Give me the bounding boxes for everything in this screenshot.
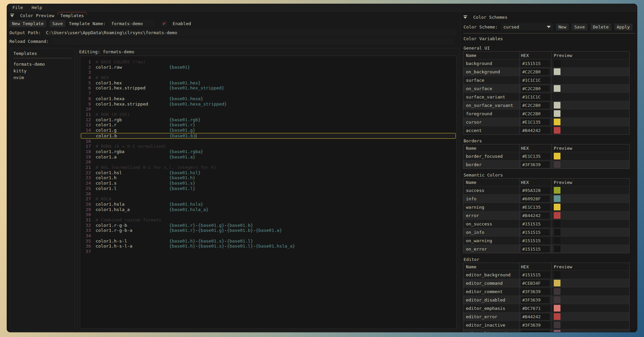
editor-line[interactable]: 36color1.h-s-l-a {base01.h}-{base01.s}-{… bbox=[80, 244, 457, 249]
color-swatch[interactable] bbox=[554, 212, 560, 219]
color-swatch[interactable] bbox=[554, 280, 560, 286]
color-swatch[interactable] bbox=[554, 77, 560, 83]
collapse-arrow-icon[interactable] bbox=[10, 14, 14, 17]
save-template-button[interactable]: Save bbox=[50, 20, 65, 27]
editor-line[interactable]: 12color1.rgb {base01.rgb} bbox=[80, 117, 457, 123]
color-swatch[interactable] bbox=[554, 93, 560, 100]
color-swatch[interactable] bbox=[554, 322, 560, 328]
color-swatch[interactable] bbox=[554, 195, 560, 202]
color-hex-input[interactable]: #3F3639 bbox=[521, 297, 550, 303]
editor-line[interactable]: 30 bbox=[80, 212, 457, 217]
color-hex-input[interactable]: #151515 bbox=[521, 272, 550, 278]
editor-line[interactable]: 1# BASE COLORS (raw) bbox=[80, 59, 457, 65]
menu-item-file[interactable]: File bbox=[12, 5, 23, 10]
color-hex-input[interactable]: #3F3639 bbox=[521, 161, 550, 168]
color-hex-input[interactable]: #151515 bbox=[521, 246, 550, 252]
color-swatch[interactable] bbox=[554, 204, 560, 210]
editor-line[interactable]: 34 bbox=[80, 233, 457, 239]
color-swatch[interactable] bbox=[554, 119, 560, 125]
color-swatch[interactable] bbox=[554, 288, 560, 295]
editor-line[interactable]: 35color1.h-s-l {base01.h}-{base01.s}-{ba… bbox=[80, 239, 457, 244]
editor-line[interactable]: 18color1.rgba {base01.rgba} bbox=[80, 149, 457, 154]
color-swatch[interactable] bbox=[554, 102, 560, 109]
editor-line[interactable]: 11# RGB (0-255) bbox=[80, 112, 457, 117]
color-hex-input[interactable]: #E1C135 bbox=[521, 119, 550, 125]
color-scheme-select[interactable]: cursed bbox=[501, 23, 553, 30]
color-hex-input[interactable]: #C2C2B0 bbox=[521, 85, 550, 92]
color-hex-input[interactable]: #E1C135 bbox=[521, 204, 550, 210]
editor-line[interactable]: 6color1.hex.stripped {base01.hex_strippe… bbox=[80, 85, 457, 91]
color-hex-input[interactable]: #151515 bbox=[521, 229, 550, 235]
editor-line[interactable]: 16 bbox=[80, 139, 457, 144]
template-list-item[interactable]: formats-demo bbox=[13, 61, 71, 68]
color-hex-input[interactable]: #151515 bbox=[521, 221, 550, 227]
scheme-save-button[interactable]: Save bbox=[572, 23, 587, 30]
color-hex-input[interactable]: #C2C2B0 bbox=[521, 111, 550, 117]
output-path-input[interactable] bbox=[44, 29, 457, 36]
enabled-checkbox[interactable]: ✔ bbox=[161, 21, 167, 26]
editor-lines[interactable]: 1# BASE COLORS (raw)2color1.raw {base01}… bbox=[80, 56, 457, 329]
color-hex-input[interactable]: #1C1C1C bbox=[521, 94, 550, 100]
editor-line[interactable]: 21# HSL (normalized 0-1 for s,l, integer… bbox=[80, 165, 457, 170]
color-hex-input[interactable]: #151515 bbox=[521, 60, 550, 67]
color-swatch[interactable] bbox=[554, 187, 560, 194]
color-swatch[interactable] bbox=[554, 305, 560, 312]
color-hex-input[interactable]: #DC7671 bbox=[521, 305, 550, 312]
editor-line[interactable]: 19color1.a {base01.a} bbox=[80, 154, 457, 160]
color-swatch[interactable] bbox=[554, 229, 560, 235]
editor-line[interactable]: 25color1.l {base01.l} bbox=[80, 186, 457, 191]
color-swatch[interactable] bbox=[554, 68, 560, 75]
editor-line[interactable]: 7 bbox=[80, 91, 457, 96]
color-hex-input[interactable]: #3F3639 bbox=[521, 288, 550, 295]
color-hex-input[interactable]: #CEB34F bbox=[521, 280, 550, 286]
editor-line[interactable]: 13color1.r {base01.r} bbox=[80, 122, 457, 128]
color-swatch[interactable] bbox=[554, 237, 560, 244]
editor-active-line[interactable]: color1.b {base01.b} bbox=[81, 133, 456, 139]
editor-line[interactable]: 26 bbox=[80, 191, 457, 197]
editor-line[interactable]: 4# HEX bbox=[80, 75, 457, 80]
scheme-new-button[interactable]: New bbox=[556, 23, 569, 30]
color-hex-input[interactable]: #B44242 bbox=[521, 314, 550, 320]
editor-line[interactable]: 24color1.s {base01.s} bbox=[80, 181, 457, 186]
editor-line[interactable]: 10 bbox=[80, 107, 457, 112]
color-swatch[interactable] bbox=[554, 60, 560, 67]
color-swatch[interactable] bbox=[554, 110, 560, 117]
editor-line[interactable]: 20 bbox=[80, 159, 457, 165]
template-list-item[interactable]: kitty bbox=[13, 68, 71, 74]
scheme-apply-button[interactable]: Apply bbox=[614, 23, 633, 30]
scheme-delete-button[interactable]: Delete bbox=[590, 23, 611, 30]
color-hex-input[interactable]: #C2C2B0 bbox=[521, 102, 550, 109]
color-swatch[interactable] bbox=[554, 161, 560, 168]
color-hex-input[interactable]: #B44242 bbox=[521, 127, 550, 134]
editor-line[interactable]: 31# Combined custom formats bbox=[80, 217, 457, 223]
color-hex-input[interactable]: #3F3639 bbox=[521, 322, 550, 328]
editor-line[interactable]: 23color1.h {base01.h} bbox=[80, 175, 457, 181]
color-hex-input[interactable]: #95A328 bbox=[521, 187, 550, 194]
color-swatch[interactable] bbox=[554, 127, 560, 134]
reload-command-input[interactable] bbox=[51, 38, 454, 45]
editor-line[interactable]: 8color1.hexa {base01.hexa} bbox=[80, 96, 457, 102]
editor-line[interactable]: 37 bbox=[80, 249, 457, 254]
color-swatch[interactable] bbox=[554, 85, 560, 92]
new-template-button[interactable]: New Template bbox=[9, 20, 46, 27]
editor-line[interactable]: 33color1.r-g-b-a {base01.r}-{base01.g}-{… bbox=[80, 228, 457, 233]
template-list-item[interactable]: nvim bbox=[13, 74, 71, 81]
color-swatch[interactable] bbox=[554, 271, 560, 278]
collapse-arrow-icon[interactable] bbox=[464, 15, 467, 19]
editor-line[interactable]: 3 bbox=[80, 70, 457, 75]
color-swatch[interactable] bbox=[554, 246, 560, 252]
template-name-input[interactable] bbox=[109, 20, 155, 27]
color-swatch[interactable] bbox=[554, 296, 560, 303]
color-hex-input[interactable]: #C2C2B0 bbox=[521, 69, 550, 75]
color-hex-input[interactable]: #B44242 bbox=[521, 212, 550, 219]
editor-line[interactable]: 14color1.g {base01.g} bbox=[80, 128, 457, 133]
color-hex-input[interactable]: #E1C135 bbox=[521, 153, 550, 159]
color-swatch[interactable] bbox=[554, 220, 560, 227]
editor-line[interactable]: 2color1.raw {base01} bbox=[80, 65, 457, 70]
menu-item-help[interactable]: Help bbox=[32, 5, 42, 10]
tab-templates[interactable]: Templates bbox=[57, 12, 87, 19]
color-hex-input[interactable]: #86596C bbox=[521, 330, 550, 333]
color-hex-input[interactable]: #1C1C1C bbox=[521, 77, 550, 83]
color-hex-input[interactable]: #60928F bbox=[521, 196, 550, 202]
tab-color-preview[interactable]: Color Preview bbox=[17, 12, 57, 19]
